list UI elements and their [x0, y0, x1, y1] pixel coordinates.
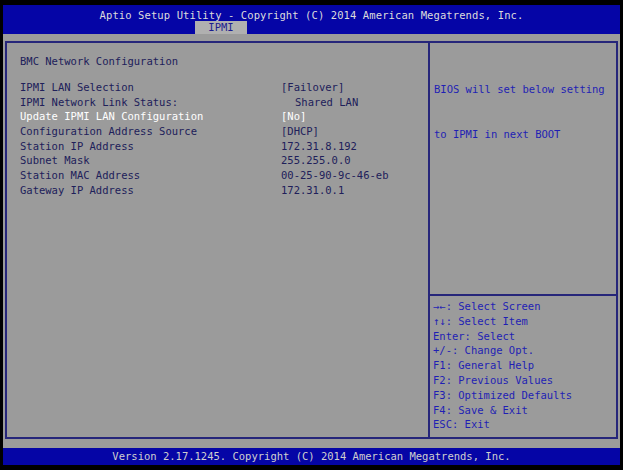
version-bar: Version 2.17.1245. Copyright (C) 2014 Am…: [3, 448, 620, 465]
settings-list: IPMI LAN Selection [Failover] IPMI Netwo…: [8, 81, 424, 199]
version-text: Version 2.17.1245. Copyright (C) 2014 Am…: [3, 448, 620, 465]
setting-value: 172.31.8.192: [281, 140, 357, 152]
setting-label: IPMI Network Link Status:: [20, 96, 178, 108]
key-hint: →←: Select Screen: [433, 300, 617, 315]
setting-row[interactable]: IPMI LAN Selection [Failover]: [8, 81, 424, 96]
key-hint: F1: General Help: [433, 359, 617, 374]
setting-row[interactable]: Station MAC Address 00-25-90-9c-46-eb: [8, 169, 424, 184]
setting-value: 172.31.0.1: [281, 184, 344, 196]
key-hint: F3: Optimized Defaults: [433, 389, 617, 404]
setting-value: [No]: [281, 110, 306, 122]
help-panel-divider: [430, 294, 616, 296]
help-text-line: to IPMI in next BOOT: [434, 127, 614, 142]
help-panel: BIOS will set below setting to IPMI in n…: [434, 52, 614, 172]
app-title: Aptio Setup Utility - Copyright (C) 2014…: [3, 5, 620, 21]
bios-setup-screen: Aptio Setup Utility - Copyright (C) 2014…: [0, 0, 623, 470]
setting-value: [DHCP]: [281, 125, 319, 137]
title-bar: Aptio Setup Utility - Copyright (C) 2014…: [3, 5, 620, 34]
column-divider: [428, 41, 430, 439]
key-hint: F2: Previous Values: [433, 374, 617, 389]
setting-row[interactable]: Subnet Mask 255.255.0.0: [8, 154, 424, 169]
help-text-line: BIOS will set below setting: [434, 82, 614, 97]
setting-label: Station IP Address: [20, 140, 134, 152]
setting-label: Gateway IP Address: [20, 184, 134, 196]
setting-value: 00-25-90-9c-46-eb: [281, 169, 388, 181]
setting-row[interactable]: Station IP Address 172.31.8.192: [8, 140, 424, 155]
key-hint: +/-: Change Opt.: [433, 344, 617, 359]
tab-ipmi[interactable]: IPMI: [195, 21, 247, 34]
section-title: BMC Network Configuration: [20, 55, 178, 67]
setting-label: Station MAC Address: [20, 169, 140, 181]
setting-row[interactable]: Configuration Address Source [DHCP]: [8, 125, 424, 140]
key-hint: Enter: Select: [433, 330, 617, 345]
key-hint: ↑↓: Select Item: [433, 315, 617, 330]
setting-row[interactable]: Gateway IP Address 172.31.0.1: [8, 184, 424, 199]
setting-value: Shared LAN: [295, 96, 358, 108]
key-hint: F4: Save & Exit: [433, 404, 617, 419]
setting-label: Configuration Address Source: [20, 125, 197, 137]
key-hint: ESC: Exit: [433, 418, 617, 433]
key-hints-panel: →←: Select Screen↑↓: Select ItemEnter: S…: [433, 300, 617, 433]
setting-label: IPMI LAN Selection: [20, 81, 134, 93]
setting-label: Subnet Mask: [20, 154, 90, 166]
setting-row[interactable]: IPMI Network Link Status: Shared LAN: [8, 96, 424, 111]
setting-value: 255.255.0.0: [281, 154, 351, 166]
setting-value: [Failover]: [281, 81, 344, 93]
setting-label: Update IPMI LAN Configuration: [20, 110, 203, 122]
setting-row[interactable]: Update IPMI LAN Configuration [No]: [8, 110, 424, 125]
